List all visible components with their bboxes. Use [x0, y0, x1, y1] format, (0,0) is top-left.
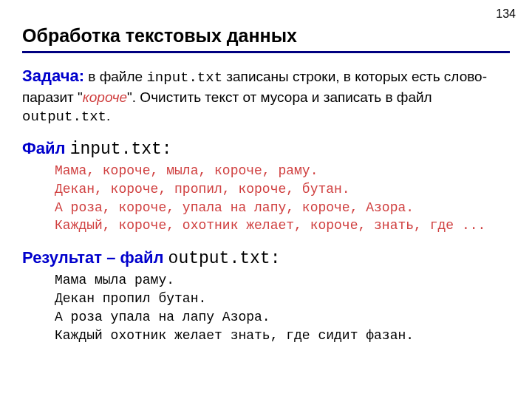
input-file-block: Файл input.txt: Мама, короче, мыла, коро…	[22, 139, 510, 235]
output-line: А роза упала на лапу Азора.	[55, 308, 510, 327]
output-line: Мама мыла раму.	[55, 271, 510, 290]
task-file1: input.txt	[146, 69, 222, 86]
page-title: Обработка текстовых данных	[22, 25, 510, 53]
output-filename: output.txt	[168, 249, 270, 268]
input-line: Декан, короче, пропил, короче, бутан.	[55, 180, 510, 199]
task-text-4: .	[106, 108, 110, 123]
input-colon: :	[162, 140, 172, 159]
task-label: Задача:	[22, 66, 84, 85]
output-file-block: Результат – файл output.txt: Мама мыла р…	[22, 248, 510, 344]
page-number: 134	[496, 7, 516, 21]
output-line: Декан пропил бутан.	[55, 290, 510, 308]
task-description: Задача: в файле input.txt записаны строк…	[22, 65, 510, 127]
input-line: Мама, короче, мыла, короче, раму.	[55, 162, 510, 180]
task-text-1: в файле	[84, 69, 146, 84]
input-lines: Мама, короче, мыла, короче, раму. Декан,…	[22, 162, 510, 235]
input-line: А роза, короче, упала на лапу, короче, А…	[55, 199, 510, 217]
input-label-text: Файл	[22, 139, 70, 157]
task-text-3: ". Очистить текст от мусора и записать в…	[127, 89, 432, 105]
output-lines: Мама мыла раму. Декан пропил бутан. А ро…	[22, 271, 510, 344]
input-line: Каждый, короче, охотник желает, короче, …	[55, 216, 510, 235]
output-colon: :	[270, 249, 281, 268]
output-label-text: Результат – файл	[22, 248, 168, 267]
input-section-label: Файл input.txt:	[22, 139, 510, 159]
input-filename: input.txt	[70, 140, 162, 159]
output-section-label: Результат – файл output.txt:	[22, 248, 510, 268]
task-file2: output.txt	[22, 109, 106, 125]
parasite-word: короче	[83, 89, 127, 105]
output-line: Каждый охотник желает знать, где сидит ф…	[55, 327, 510, 345]
